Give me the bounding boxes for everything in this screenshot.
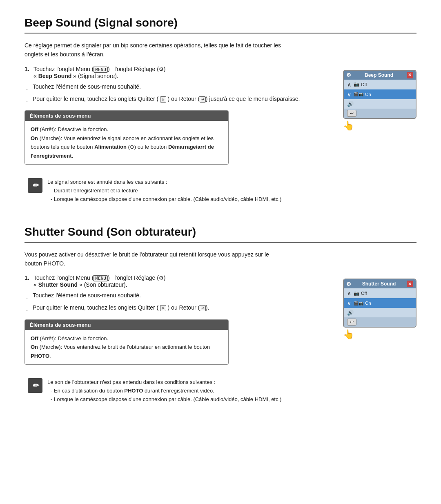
shutter-step-1: 1. Touchez l'onglet Menu (MENU) l'onglet… [24, 274, 327, 288]
shutter-step-number: 1. [24, 274, 31, 288]
shutter-note-text: Le son de l'obturateur n'est pas entendu… [47, 378, 413, 404]
shutter-note-box: ✏ Le son de l'obturateur n'est pas enten… [24, 373, 416, 409]
cam-gear-icon: ⚙ [346, 72, 351, 78]
shutter-step-1-text: Touchez l'onglet Menu (MENU) l'onglet Ré… [33, 274, 165, 288]
beep-submenu-content: Off (Arrêt): Désactive la fonction. On (… [25, 121, 228, 164]
step-3-text: Pour quitter le menu, touchez les onglet… [33, 96, 300, 105]
shutter-cam-bottom: ↩ [344, 317, 416, 327]
shutter-back-icon: ↩ [200, 305, 206, 311]
beep-note-line-1: Le signal sonore est annulé dans les cas… [47, 179, 167, 185]
beep-camera-ui: ⚙ Beep Sound ✕ ∧ 📷 Off ∨ 🎬📷 On [343, 70, 416, 131]
note-pencil-icon: ✏ [28, 178, 42, 193]
shutter-sound-title: Shutter Sound (Son obturateur) [24, 225, 416, 243]
shutter-step-3: . Pour quitter le menu, touchez les ongl… [24, 304, 327, 313]
bullet-dot-1: . [26, 83, 30, 92]
quit-icon: ✕ [160, 96, 166, 103]
shutter-sound-body: 1. Touchez l'onglet Menu (MENU) l'onglet… [24, 274, 416, 365]
beep-cam-title: Beep Sound [365, 72, 393, 78]
beep-off-label: Off [361, 82, 367, 87]
shutter-down-arrow-icon[interactable]: ∨ [347, 300, 351, 306]
beep-cam-titlebar: ⚙ Beep Sound ✕ [344, 71, 416, 80]
shutter-up-arrow-icon[interactable]: ∧ [347, 290, 351, 297]
shutter-note-item-1: En cas d'utilisation du bouton PHOTO dur… [51, 387, 413, 395]
down-arrow-icon[interactable]: ∨ [347, 91, 351, 98]
shutter-cam-panel: ⚙ Shutter Sound ✕ ∧ 📷 Off ∨ 🎬📷 On [343, 279, 416, 328]
shutter-quit-icon: ✕ [160, 305, 166, 311]
beep-note-box: ✏ Le signal sonore est annulé dans les c… [24, 173, 416, 209]
shutter-cam-back-button[interactable]: ↩ [347, 319, 356, 326]
shutter-cam-video-icon: 📷 [354, 291, 359, 296]
shutter-sound-section: Shutter Sound (Son obturateur) Vous pouv… [24, 225, 416, 409]
shutter-sound-instructions: 1. Touchez l'onglet Menu (MENU) l'onglet… [24, 274, 327, 365]
step-1-text: Touchez l'onglet Menu (MENU) l'onglet Ré… [33, 66, 165, 79]
beep-on-item: On (Marche): Vous entendrez le signal so… [31, 134, 223, 160]
shutter-note-line-1: Le son de l'obturateur n'est pas entendu… [47, 379, 215, 385]
beep-step-3: . Pour quitter le menu, touchez les ongl… [24, 96, 327, 105]
shutter-on-label: On [365, 301, 371, 306]
shutter-cam-off-option: 📷 Off [354, 291, 367, 296]
beep-cam-off-option: 📷 Off [354, 82, 367, 87]
menu-icon: MENU [94, 67, 108, 73]
step-number-1: 1. [24, 66, 31, 79]
shutter-note-list: En cas d'utilisation du bouton PHOTO dur… [47, 387, 413, 404]
beep-sound-title: Beep Sound (Signal sonore) [24, 16, 416, 33]
shutter-cam-row-up: ∧ 📷 Off [344, 288, 416, 298]
cam-video-icon: 📷 [354, 82, 359, 87]
shutter-step-3-text: Pour quitter le menu, touchez les onglet… [33, 304, 209, 313]
beep-submenu-box: Éléments de sous-menu Off (Arrêt): Désac… [24, 110, 229, 165]
shutter-submenu-header: Éléments de sous-menu [25, 320, 228, 330]
beep-cam-on-option: 🎬📷 On [354, 92, 371, 97]
beep-sound-instructions: 1. Touchez l'onglet Menu (MENU) l'onglet… [24, 66, 327, 165]
beep-off-item: Off (Arrêt): Désactive la fonction. [31, 125, 223, 134]
beep-sound-label: Beep Sound [38, 73, 72, 79]
shutter-note-pencil-icon: ✏ [28, 378, 42, 393]
shutter-submenu-content: Off (Arrêt): Désactive la fonction. On (… [25, 330, 228, 364]
beep-step-2: . Touchez l'élément de sous-menu souhait… [24, 83, 327, 92]
beep-cam-panel: ⚙ Beep Sound ✕ ∧ 📷 Off ∨ 🎬📷 On [343, 70, 416, 119]
shutter-bullet-1: . [26, 292, 30, 301]
beep-on-label: On [365, 92, 371, 97]
shutter-off-label: Off [361, 291, 367, 296]
up-arrow-icon[interactable]: ∧ [347, 81, 351, 88]
shutter-step-2: . Touchez l'élément de sous-menu souhait… [24, 292, 327, 301]
shutter-on-item: On (Marche): Vous entendrez le bruit de … [31, 343, 223, 360]
beep-sound-body: 1. Touchez l'onglet Menu (MENU) l'onglet… [24, 66, 416, 165]
shutter-cam-title: Shutter Sound [362, 281, 396, 287]
beep-note-item-1: Durant l'enregistrement et la lecture [51, 187, 413, 195]
shutter-cam-close[interactable]: ✕ [407, 281, 413, 287]
shutter-sound-intro: Vous pouvez activer ou désactiver le bru… [24, 250, 286, 268]
cam-video-icon-2: 🎬📷 [354, 92, 363, 96]
shutter-cam-on-option: 🎬📷 On [354, 301, 371, 306]
shutter-cam-video-icon-2: 🎬📷 [354, 301, 363, 306]
step-2-text: Touchez l'élément de sous-menu souhaité. [33, 83, 141, 92]
beep-submenu-header: Éléments de sous-menu [25, 111, 228, 121]
beep-sound-intro: Ce réglage permet de signaler par un bip… [24, 41, 286, 59]
beep-sound-section: Beep Sound (Signal sonore) Ce réglage pe… [24, 16, 416, 209]
beep-note-list: Durant l'enregistrement et la lecture Lo… [47, 187, 413, 204]
shutter-volume-icon: 🔊 [347, 310, 354, 316]
shutter-menu-icon: MENU [94, 275, 108, 281]
beep-note-item-2: Lorsque le caméscope dispose d'une conne… [51, 195, 413, 204]
back-icon: ↩ [200, 96, 206, 103]
shutter-settings-icon: ⚙ [159, 275, 164, 281]
shutter-step-2-text: Touchez l'élément de sous-menu souhaité. [33, 292, 141, 301]
beep-cam-back-button[interactable]: ↩ [347, 110, 356, 117]
beep-cam-row-volume: 🔊 [344, 99, 416, 109]
shutter-camera-ui: ⚙ Shutter Sound ✕ ∧ 📷 Off ∨ 🎬📷 On [343, 279, 416, 340]
shutter-cam-row-on: ∨ 🎬📷 On [344, 298, 416, 308]
shutter-sound-label: Shutter Sound [38, 281, 78, 288]
shutter-off-item: Off (Arrêt): Désactive la fonction. [31, 334, 223, 343]
settings-icon: ⚙ [159, 66, 164, 72]
shutter-cam-row-volume: 🔊 [344, 308, 416, 317]
hand-pointer-icon: 👆 [343, 120, 416, 131]
beep-cam-row-on: ∨ 🎬📷 On [344, 89, 416, 99]
beep-cam-close[interactable]: ✕ [407, 72, 413, 78]
shutter-hand-pointer-icon: 👆 [343, 329, 416, 340]
shutter-cam-titlebar: ⚙ Shutter Sound ✕ [344, 279, 416, 288]
bullet-dot-2: . [26, 96, 30, 105]
volume-icon: 🔊 [347, 101, 354, 107]
beep-cam-row-up: ∧ 📷 Off [344, 80, 416, 89]
shutter-submenu-box: Éléments de sous-menu Off (Arrêt): Désac… [24, 319, 229, 365]
shutter-cam-gear-icon: ⚙ [346, 281, 351, 287]
shutter-note-item-2: Lorsque le caméscope dispose d'une conne… [51, 395, 413, 404]
